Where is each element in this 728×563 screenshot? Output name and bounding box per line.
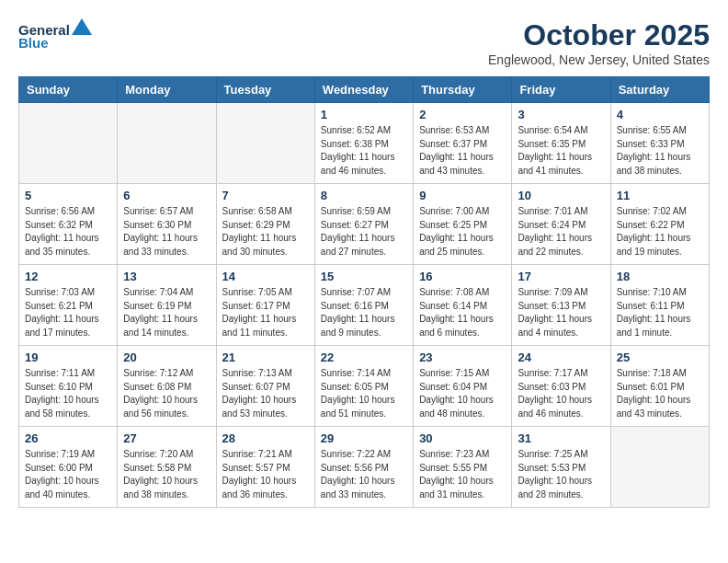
day-info: Sunrise: 7:03 AM Sunset: 6:21 PM Dayligh… [25, 286, 111, 339]
day-of-week-header: Friday [512, 77, 610, 103]
day-number: 5 [25, 189, 111, 202]
day-number: 18 [617, 270, 703, 283]
calendar-day-cell: 7Sunrise: 6:58 AM Sunset: 6:29 PM Daylig… [216, 184, 314, 265]
day-info: Sunrise: 7:00 AM Sunset: 6:25 PM Dayligh… [419, 205, 506, 259]
day-number: 28 [222, 431, 309, 445]
day-of-week-header: Sunday [19, 77, 118, 103]
calendar-day-cell: 5Sunrise: 6:56 AM Sunset: 6:32 PM Daylig… [19, 184, 118, 265]
day-info: Sunrise: 7:19 AM Sunset: 6:00 PM Dayligh… [25, 448, 111, 501]
calendar-day-cell: 8Sunrise: 6:59 AM Sunset: 6:27 PM Daylig… [314, 184, 413, 265]
title-section: October 2025 Englewood, New Jersey, Unit… [488, 18, 710, 67]
calendar-week-row: 5Sunrise: 6:56 AM Sunset: 6:32 PM Daylig… [19, 184, 710, 265]
day-of-week-header: Monday [118, 77, 216, 103]
day-number: 2 [419, 108, 506, 121]
calendar-day-cell: 26Sunrise: 7:19 AM Sunset: 6:00 PM Dayli… [19, 427, 118, 508]
day-number: 1 [321, 108, 407, 121]
calendar-day-cell: 3Sunrise: 6:54 AM Sunset: 6:35 PM Daylig… [512, 103, 610, 184]
day-number: 10 [518, 189, 604, 202]
day-info: Sunrise: 6:56 AM Sunset: 6:32 PM Dayligh… [25, 205, 111, 259]
day-number: 13 [123, 270, 210, 283]
day-info: Sunrise: 7:10 AM Sunset: 6:11 PM Dayligh… [617, 286, 703, 339]
day-number: 11 [617, 189, 703, 202]
page-header: General Blue October 2025 Englewood, New… [18, 18, 710, 67]
day-info: Sunrise: 7:13 AM Sunset: 6:07 PM Dayligh… [222, 367, 309, 420]
day-number: 29 [321, 431, 407, 445]
calendar-week-row: 12Sunrise: 7:03 AM Sunset: 6:21 PM Dayli… [19, 265, 710, 346]
day-number: 26 [25, 431, 111, 445]
day-of-week-header: Thursday [414, 77, 512, 103]
calendar-day-cell: 16Sunrise: 7:08 AM Sunset: 6:14 PM Dayli… [414, 265, 512, 346]
day-info: Sunrise: 6:53 AM Sunset: 6:37 PM Dayligh… [419, 124, 506, 178]
calendar-day-cell: 17Sunrise: 7:09 AM Sunset: 6:13 PM Dayli… [512, 265, 610, 346]
day-number: 24 [518, 350, 604, 364]
calendar-day-cell: 23Sunrise: 7:15 AM Sunset: 6:04 PM Dayli… [414, 346, 512, 427]
day-number: 30 [419, 431, 506, 445]
calendar-day-cell: 12Sunrise: 7:03 AM Sunset: 6:21 PM Dayli… [19, 265, 118, 346]
calendar-day-cell: 25Sunrise: 7:18 AM Sunset: 6:01 PM Dayli… [610, 346, 709, 427]
calendar-day-cell: 27Sunrise: 7:20 AM Sunset: 5:58 PM Dayli… [118, 427, 216, 508]
day-info: Sunrise: 7:22 AM Sunset: 5:56 PM Dayligh… [321, 448, 407, 501]
day-number: 9 [419, 189, 506, 202]
day-info: Sunrise: 7:11 AM Sunset: 6:10 PM Dayligh… [25, 367, 111, 420]
calendar-day-cell: 18Sunrise: 7:10 AM Sunset: 6:11 PM Dayli… [610, 265, 709, 346]
calendar-day-cell [216, 103, 314, 184]
calendar-day-cell: 4Sunrise: 6:55 AM Sunset: 6:33 PM Daylig… [610, 103, 709, 184]
calendar-week-row: 19Sunrise: 7:11 AM Sunset: 6:10 PM Dayli… [19, 346, 710, 427]
day-number: 25 [617, 350, 703, 364]
day-of-week-header: Wednesday [314, 77, 413, 103]
day-number: 6 [123, 189, 210, 202]
day-number: 8 [321, 189, 407, 202]
day-info: Sunrise: 7:12 AM Sunset: 6:08 PM Dayligh… [123, 367, 210, 420]
day-info: Sunrise: 6:52 AM Sunset: 6:38 PM Dayligh… [321, 124, 407, 178]
calendar-day-cell [118, 103, 216, 184]
svg-marker-0 [72, 18, 92, 35]
day-info: Sunrise: 7:20 AM Sunset: 5:58 PM Dayligh… [123, 448, 210, 501]
calendar-day-cell: 15Sunrise: 7:07 AM Sunset: 6:16 PM Dayli… [314, 265, 413, 346]
day-number: 23 [419, 350, 506, 364]
day-number: 4 [617, 108, 703, 121]
calendar-day-cell: 10Sunrise: 7:01 AM Sunset: 6:24 PM Dayli… [512, 184, 610, 265]
calendar-day-cell: 14Sunrise: 7:05 AM Sunset: 6:17 PM Dayli… [216, 265, 314, 346]
day-number: 31 [518, 431, 604, 445]
day-number: 22 [321, 350, 407, 364]
calendar-day-cell [610, 427, 709, 508]
day-number: 15 [321, 270, 407, 283]
day-info: Sunrise: 7:05 AM Sunset: 6:17 PM Dayligh… [222, 286, 309, 339]
calendar-day-cell: 22Sunrise: 7:14 AM Sunset: 6:05 PM Dayli… [314, 346, 413, 427]
calendar-day-cell: 11Sunrise: 7:02 AM Sunset: 6:22 PM Dayli… [610, 184, 709, 265]
calendar-day-cell: 9Sunrise: 7:00 AM Sunset: 6:25 PM Daylig… [414, 184, 512, 265]
day-of-week-header: Tuesday [216, 77, 314, 103]
calendar-day-cell [19, 103, 118, 184]
day-number: 27 [123, 431, 210, 445]
day-info: Sunrise: 7:18 AM Sunset: 6:01 PM Dayligh… [617, 367, 703, 420]
day-info: Sunrise: 7:23 AM Sunset: 5:55 PM Dayligh… [419, 448, 506, 501]
day-number: 21 [222, 350, 309, 364]
calendar-day-cell: 28Sunrise: 7:21 AM Sunset: 5:57 PM Dayli… [216, 427, 314, 508]
calendar-day-cell: 30Sunrise: 7:23 AM Sunset: 5:55 PM Dayli… [414, 427, 512, 508]
day-info: Sunrise: 6:57 AM Sunset: 6:30 PM Dayligh… [123, 205, 210, 259]
day-info: Sunrise: 7:15 AM Sunset: 6:04 PM Dayligh… [419, 367, 506, 420]
day-info: Sunrise: 7:04 AM Sunset: 6:19 PM Dayligh… [123, 286, 210, 339]
day-info: Sunrise: 7:25 AM Sunset: 5:53 PM Dayligh… [518, 448, 604, 501]
calendar-day-cell: 6Sunrise: 6:57 AM Sunset: 6:30 PM Daylig… [118, 184, 216, 265]
day-number: 17 [518, 270, 604, 283]
day-number: 12 [25, 270, 111, 283]
day-number: 16 [419, 270, 506, 283]
calendar-week-row: 1Sunrise: 6:52 AM Sunset: 6:38 PM Daylig… [19, 103, 710, 184]
calendar-day-cell: 21Sunrise: 7:13 AM Sunset: 6:07 PM Dayli… [216, 346, 314, 427]
day-info: Sunrise: 7:21 AM Sunset: 5:57 PM Dayligh… [222, 448, 309, 501]
day-number: 14 [222, 270, 309, 283]
calendar-day-cell: 31Sunrise: 7:25 AM Sunset: 5:53 PM Dayli… [512, 427, 610, 508]
day-info: Sunrise: 6:59 AM Sunset: 6:27 PM Dayligh… [321, 205, 407, 259]
logo-blue: Blue [18, 35, 92, 52]
day-info: Sunrise: 6:58 AM Sunset: 6:29 PM Dayligh… [222, 205, 309, 259]
day-info: Sunrise: 7:17 AM Sunset: 6:03 PM Dayligh… [518, 367, 604, 420]
calendar-day-cell: 1Sunrise: 6:52 AM Sunset: 6:38 PM Daylig… [314, 103, 413, 184]
month-title: October 2025 [488, 18, 710, 52]
calendar-day-cell: 24Sunrise: 7:17 AM Sunset: 6:03 PM Dayli… [512, 346, 610, 427]
day-info: Sunrise: 6:55 AM Sunset: 6:33 PM Dayligh… [617, 124, 703, 178]
day-info: Sunrise: 7:02 AM Sunset: 6:22 PM Dayligh… [617, 205, 703, 259]
day-info: Sunrise: 7:01 AM Sunset: 6:24 PM Dayligh… [518, 205, 604, 259]
location: Englewood, New Jersey, United States [488, 52, 710, 67]
day-number: 19 [25, 350, 111, 364]
